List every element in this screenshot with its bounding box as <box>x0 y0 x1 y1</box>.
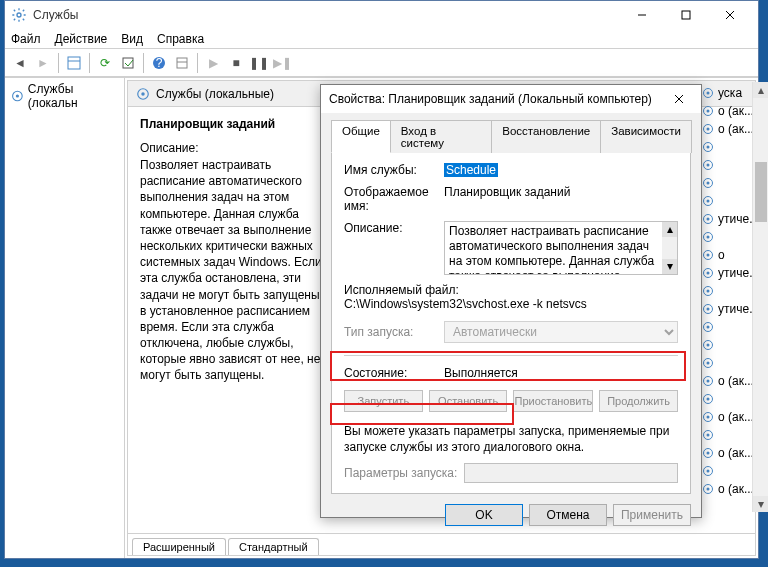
pause-button[interactable]: ❚❚ <box>248 52 270 74</box>
label-service-name: Имя службы: <box>344 163 444 177</box>
menu-help[interactable]: Справка <box>157 32 204 46</box>
svg-point-15 <box>141 92 145 96</box>
dialog-tabs: Общие Вход в систему Восстановление Зави… <box>331 119 691 153</box>
startup-type-select[interactable]: Автоматически <box>444 321 678 343</box>
toolbar-help-icon[interactable]: ? <box>148 52 170 74</box>
back-button[interactable]: ◄ <box>9 52 31 74</box>
desc-scrollbar[interactable]: ▴▾ <box>662 222 677 274</box>
gear-icon <box>11 89 24 103</box>
view-tabs: Расширенный Стандартный <box>128 533 755 555</box>
toolbar-export-icon[interactable] <box>117 52 139 74</box>
label-executable: Исполняемый файл: <box>344 283 678 297</box>
scroll-up-icon[interactable]: ▴ <box>753 82 768 98</box>
tab-recovery[interactable]: Восстановление <box>491 120 601 153</box>
scroll-down-icon[interactable]: ▾ <box>753 496 768 512</box>
description-text: Позволяет настраивать расписание автомат… <box>449 224 673 275</box>
dialog-footer: OK Отмена Применить <box>321 504 701 526</box>
maximize-button[interactable] <box>664 1 708 29</box>
tree-pane: Службы (локальн <box>5 78 125 558</box>
forward-button[interactable]: ► <box>32 52 54 74</box>
cancel-button[interactable]: Отмена <box>529 504 607 526</box>
stop-button[interactable]: ■ <box>225 52 247 74</box>
start-params-input[interactable] <box>464 463 678 483</box>
detail-header-text: Службы (локальные) <box>156 87 274 101</box>
label-startup-type: Тип запуска: <box>344 325 444 339</box>
toolbar-refresh-icon[interactable]: ⟳ <box>94 52 116 74</box>
label-state: Состояние: <box>344 366 444 380</box>
dialog-content: Имя службы: Schedule Отображаемое имя: П… <box>331 153 691 494</box>
label-description: Описание: <box>344 221 444 235</box>
tab-dependencies[interactable]: Зависимости <box>600 120 692 153</box>
gear-icon <box>136 87 150 101</box>
menu-view[interactable]: Вид <box>121 32 143 46</box>
value-service-name: Schedule <box>444 163 498 177</box>
resume-button[interactable]: Продолжить <box>599 390 678 412</box>
tab-logon[interactable]: Вход в систему <box>390 120 492 153</box>
restart-button[interactable]: ▶❚ <box>271 52 293 74</box>
value-executable: C:\Windows\system32\svchost.exe -k netsv… <box>344 297 678 311</box>
titlebar: Службы <box>5 1 758 29</box>
svg-text:?: ? <box>156 56 163 70</box>
toolbar: ◄ ► ⟳ ? ▶ ■ ❚❚ ▶❚ <box>5 49 758 77</box>
svg-rect-5 <box>68 57 80 69</box>
svg-point-13 <box>16 94 19 97</box>
svg-point-0 <box>17 13 21 17</box>
tree-label: Службы (локальн <box>28 82 118 110</box>
tab-extended[interactable]: Расширенный <box>132 538 226 555</box>
properties-dialog: Свойства: Планировщик заданий (Локальный… <box>320 84 702 518</box>
dialog-title: Свойства: Планировщик заданий (Локальный… <box>329 92 665 106</box>
minimize-button[interactable] <box>620 1 664 29</box>
label-start-params: Параметры запуска: <box>344 466 464 480</box>
toolbar-props-icon[interactable] <box>171 52 193 74</box>
svg-rect-2 <box>682 11 690 19</box>
dialog-close-button[interactable] <box>665 85 693 113</box>
window-title: Службы <box>33 8 620 22</box>
menubar: Файл Действие Вид Справка <box>5 29 758 49</box>
tab-standard[interactable]: Стандартный <box>228 538 319 555</box>
params-note: Вы можете указать параметры запуска, при… <box>344 424 678 455</box>
menu-action[interactable]: Действие <box>55 32 108 46</box>
service-description: Позволяет настраивать расписание автомат… <box>140 157 325 384</box>
close-button[interactable] <box>708 1 752 29</box>
value-display-name: Планировщик заданий <box>444 185 678 199</box>
value-state: Выполняется <box>444 366 518 380</box>
description-textbox[interactable]: Позволяет настраивать расписание автомат… <box>444 221 678 275</box>
menu-file[interactable]: Файл <box>11 32 41 46</box>
play-button[interactable]: ▶ <box>202 52 224 74</box>
stop-button[interactable]: Остановить <box>429 390 508 412</box>
start-button[interactable]: Запустить <box>344 390 423 412</box>
toolbar-detail-icon[interactable] <box>63 52 85 74</box>
ok-button[interactable]: OK <box>445 504 523 526</box>
tab-general[interactable]: Общие <box>331 120 391 153</box>
svg-rect-10 <box>177 58 187 68</box>
pause-button[interactable]: Приостановить <box>513 390 593 412</box>
apply-button[interactable]: Применить <box>613 504 691 526</box>
scrollbar[interactable]: ▴ ▾ <box>752 82 768 512</box>
tree-item-services[interactable]: Службы (локальн <box>7 80 122 112</box>
scroll-thumb[interactable] <box>755 162 767 222</box>
services-icon <box>11 7 27 23</box>
dialog-titlebar: Свойства: Планировщик заданий (Локальный… <box>321 85 701 113</box>
label-display-name: Отображаемое имя: <box>344 185 444 213</box>
divider <box>344 355 678 356</box>
